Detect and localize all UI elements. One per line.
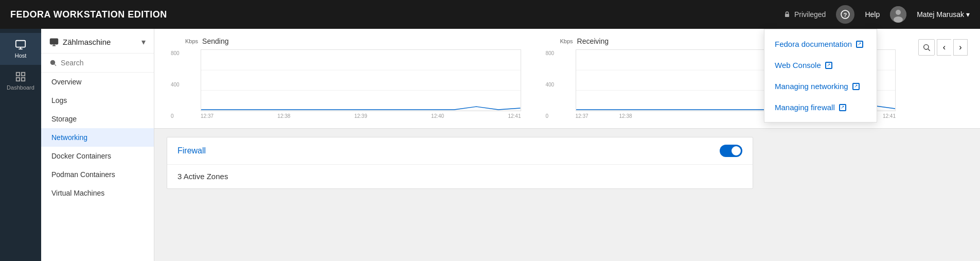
help-item-managing-networking[interactable]: Managing networking (764, 76, 877, 97)
help-item-fedora-docs[interactable]: Fedora documentation (764, 33, 877, 55)
user-dropdown-arrow: ▾ (966, 10, 970, 19)
privileged-label: Privileged (794, 10, 826, 19)
host-icon (15, 39, 26, 50)
svg-point-24 (924, 45, 929, 49)
user-avatar (890, 6, 906, 23)
sidebar-icon-host[interactable]: Host (0, 33, 41, 65)
machine-chevron-icon: ▾ (141, 37, 146, 47)
svg-point-4 (896, 10, 901, 15)
privileged-button[interactable]: Privileged (783, 10, 826, 19)
nav-item-networking[interactable]: Networking (41, 128, 154, 147)
external-link-icon-4 (839, 104, 846, 111)
nav-sidebar: Zählmaschine ▾ Overview Logs Storage Net… (41, 29, 154, 261)
monitor-icon (49, 38, 59, 47)
svg-point-16 (50, 60, 55, 64)
chart-next-button[interactable]: › (953, 39, 968, 56)
fedora-docs-label: Fedora documentation (775, 40, 852, 48)
navbar: FEDORA WORKSTATION EDITION Privileged ? … (0, 0, 980, 29)
user-name-button[interactable]: Matej Marusak ▾ (917, 10, 970, 19)
svg-rect-12 (22, 78, 25, 81)
sending-y-labels: 800 400 0 (171, 49, 180, 120)
app-brand: FEDORA WORKSTATION EDITION (10, 9, 783, 20)
svg-line-17 (55, 64, 56, 66)
receiving-y-labels: 800 400 0 (546, 49, 555, 120)
machine-selector[interactable]: Zählmaschine ▾ (41, 29, 154, 54)
svg-rect-10 (22, 73, 25, 76)
lock-icon (783, 10, 791, 19)
help-label: Help (865, 10, 880, 19)
web-console-label: Web Console (775, 61, 821, 69)
svg-point-5 (894, 16, 903, 23)
svg-rect-9 (16, 73, 20, 76)
external-link-icon-1 (856, 41, 863, 48)
nav-item-storage[interactable]: Storage (41, 110, 154, 128)
navbar-actions: Privileged ? Help Matej Marusak ▾ (783, 5, 970, 24)
external-link-icon-3 (852, 83, 860, 90)
search-input[interactable] (61, 59, 146, 67)
nav-item-overview[interactable]: Overview (41, 73, 154, 91)
firewall-section: Firewall 3 Active Zones (154, 129, 980, 261)
sending-x-labels: 12:37 12:38 12:39 12:40 12:41 (201, 112, 521, 120)
svg-rect-13 (50, 39, 58, 44)
nav-item-logs[interactable]: Logs (41, 91, 154, 110)
dashboard-icon (15, 71, 26, 82)
sending-unit: Kbps (185, 38, 198, 44)
sending-chart-svg (201, 50, 521, 111)
nav-item-podman-containers[interactable]: Podman Containers (41, 165, 154, 184)
firewall-title[interactable]: Firewall (177, 146, 206, 155)
brand-bold-text: WORKSTATION EDITION (54, 9, 167, 20)
user-name-label: Matej Marusak (917, 10, 964, 19)
receiving-unit: Kbps (560, 38, 573, 44)
machine-name: Zählmaschine (63, 38, 137, 46)
svg-rect-11 (16, 78, 20, 81)
svg-rect-0 (785, 14, 789, 17)
external-link-icon-2 (825, 62, 832, 69)
firewall-card-body: 3 Active Zones (167, 165, 753, 188)
chart-search-button[interactable] (918, 39, 935, 56)
receiving-title: Receiving (577, 37, 609, 45)
sending-title: Sending (202, 37, 228, 45)
help-button[interactable]: ? (836, 5, 854, 24)
brand-text: FEDORA (10, 9, 54, 20)
search-icon (49, 59, 57, 67)
firewall-card-header: Firewall (167, 137, 753, 165)
sending-chart-area (201, 49, 521, 111)
host-label: Host (15, 53, 27, 59)
firewall-toggle[interactable] (720, 145, 742, 157)
svg-line-25 (928, 49, 930, 51)
dashboard-label: Dashboard (7, 84, 34, 91)
svg-rect-6 (16, 41, 25, 47)
managing-networking-label: Managing networking (775, 82, 848, 91)
nav-search-bar (41, 54, 154, 73)
managing-firewall-label: Managing firewall (775, 103, 835, 112)
nav-item-docker-containers[interactable]: Docker Containers (41, 147, 154, 165)
chart-search-icon (922, 43, 931, 51)
chart-controls: ‹ › (916, 37, 968, 120)
help-dropdown: Fedora documentation Web Console Managin… (764, 29, 877, 123)
help-icon: ? (841, 10, 850, 19)
chart-prev-button[interactable]: ‹ (937, 39, 951, 56)
sending-chart: Kbps Sending 800 400 0 (167, 37, 542, 120)
help-item-managing-firewall[interactable]: Managing firewall (764, 97, 877, 118)
nav-menu: Overview Logs Storage Networking Docker … (41, 73, 154, 261)
nav-item-virtual-machines[interactable]: Virtual Machines (41, 184, 154, 202)
left-arrow-icon: ‹ (943, 43, 946, 52)
firewall-zones-label: 3 Active Zones (177, 172, 228, 181)
sidebar-icon-dashboard[interactable]: Dashboard (0, 65, 41, 97)
sending-chart-header: Kbps Sending (185, 37, 521, 45)
icon-sidebar: Host Dashboard (0, 29, 41, 261)
avatar-icon (890, 6, 906, 23)
firewall-card: Firewall 3 Active Zones (167, 137, 753, 189)
right-arrow-icon: › (959, 43, 961, 52)
help-item-web-console[interactable]: Web Console (764, 55, 877, 76)
svg-text:?: ? (844, 12, 847, 18)
